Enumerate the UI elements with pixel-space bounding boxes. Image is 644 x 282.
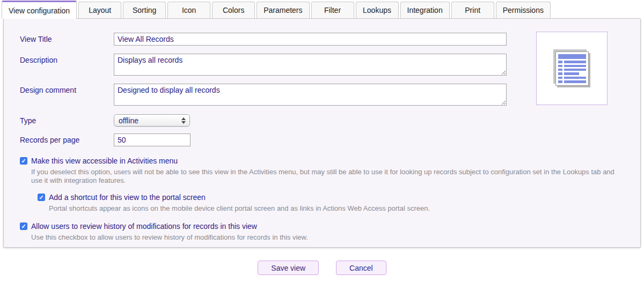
type-select[interactable]: offline bbox=[114, 114, 190, 127]
description-label: Description bbox=[20, 54, 114, 64]
icon-preview-box bbox=[536, 32, 608, 105]
type-row: Type offline bbox=[20, 114, 627, 127]
portal-shortcut-checkbox[interactable] bbox=[38, 194, 45, 201]
design-comment-label: Design comment bbox=[20, 84, 114, 94]
history-checkbox-label: Allow users to review history of modific… bbox=[31, 222, 257, 231]
history-checkbox[interactable] bbox=[20, 222, 27, 230]
activities-checkbox-section: Make this view accessible in Activities … bbox=[20, 157, 627, 213]
history-help-text: Use this checkbox to allow users to revi… bbox=[31, 233, 627, 242]
activities-checkbox[interactable] bbox=[20, 157, 27, 165]
activities-checkbox-row[interactable]: Make this view accessible in Activities … bbox=[20, 157, 627, 165]
history-checkbox-row[interactable]: Allow users to review history of modific… bbox=[20, 222, 627, 231]
records-per-page-row: Records per page bbox=[20, 133, 627, 146]
description-textarea[interactable]: Displays all records bbox=[114, 54, 507, 76]
footer-buttons: Save view Cancel bbox=[0, 261, 644, 275]
portal-shortcut-checkbox-label: Add a shortcut for this view to the port… bbox=[49, 193, 206, 202]
tab-permissions[interactable]: Permissions bbox=[496, 2, 551, 18]
tab-colors[interactable]: Colors bbox=[212, 2, 255, 18]
tab-icon[interactable]: Icon bbox=[167, 2, 210, 18]
tab-layout[interactable]: Layout bbox=[78, 2, 121, 18]
view-list-document-icon bbox=[555, 51, 589, 86]
portal-shortcut-checkbox-row[interactable]: Add a shortcut for this view to the port… bbox=[38, 193, 627, 202]
tab-filter[interactable]: Filter bbox=[311, 2, 354, 18]
activities-checkbox-label: Make this view accessible in Activities … bbox=[31, 157, 178, 165]
tab-view-configuration[interactable]: View configuration bbox=[2, 1, 77, 19]
type-select-value: offline bbox=[119, 116, 181, 125]
view-title-label: View Title bbox=[20, 33, 114, 43]
activities-help-text: If you deselect this option, users will … bbox=[31, 168, 627, 185]
portal-shortcut-checkbox-section: Add a shortcut for this view to the port… bbox=[38, 193, 627, 213]
select-arrows-icon bbox=[181, 117, 187, 124]
view-configuration-panel: View Title Description Displays all reco… bbox=[3, 18, 641, 248]
type-label: Type bbox=[20, 114, 114, 125]
save-view-button[interactable]: Save view bbox=[258, 261, 319, 275]
tab-integration[interactable]: Integration bbox=[400, 2, 450, 18]
tab-bar: View configuration Layout Sorting Icon C… bbox=[0, 0, 644, 18]
tab-parameters[interactable]: Parameters bbox=[257, 2, 309, 18]
view-title-input[interactable] bbox=[114, 33, 507, 46]
design-comment-textarea[interactable]: Designed to display all records bbox=[114, 84, 507, 106]
records-per-page-label: Records per page bbox=[20, 133, 114, 144]
tab-sorting[interactable]: Sorting bbox=[123, 2, 166, 18]
tab-lookups[interactable]: Lookups bbox=[356, 2, 399, 18]
portal-shortcut-help-text: Portal shortcuts appear as icons on the … bbox=[49, 204, 627, 213]
history-checkbox-section: Allow users to review history of modific… bbox=[20, 222, 627, 242]
cancel-button[interactable]: Cancel bbox=[336, 261, 386, 275]
tab-print[interactable]: Print bbox=[451, 2, 494, 18]
records-per-page-input[interactable] bbox=[114, 133, 191, 146]
